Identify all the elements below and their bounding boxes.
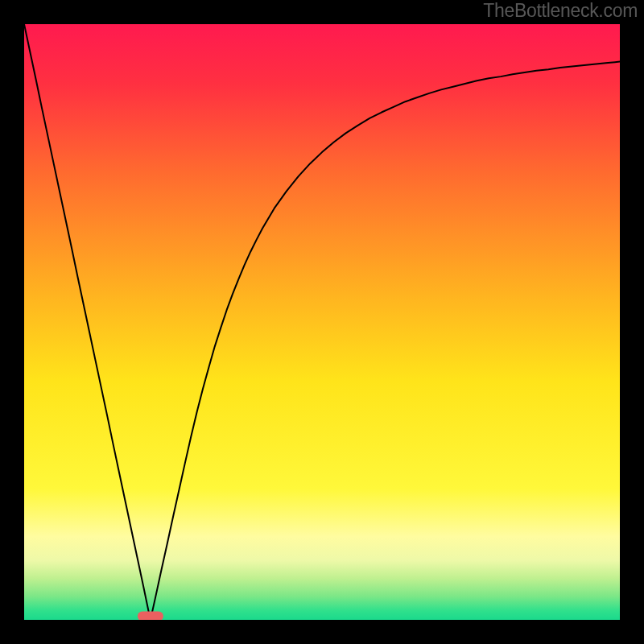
- gradient-background: [24, 24, 620, 620]
- chart-frame: TheBottleneck.com: [0, 0, 644, 644]
- minimum-marker: [138, 612, 163, 620]
- watermark: TheBottleneck.com: [483, 0, 638, 22]
- chart-plot: [24, 24, 620, 620]
